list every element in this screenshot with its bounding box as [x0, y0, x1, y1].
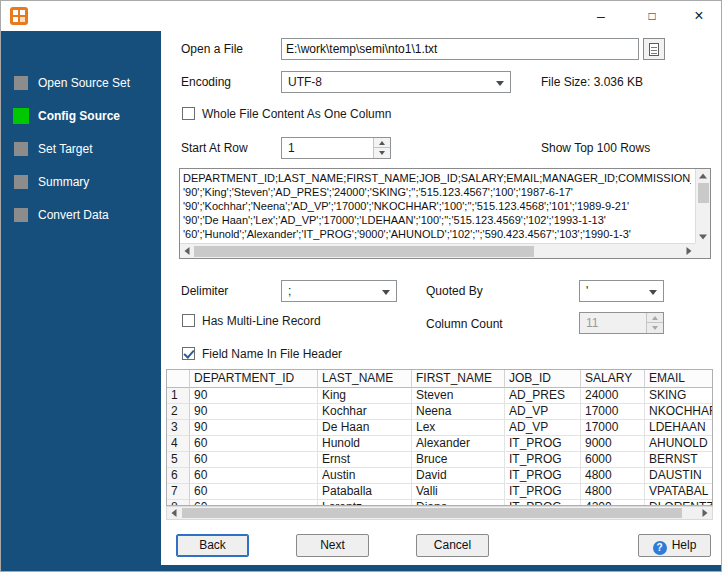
scroll-left-button[interactable]	[167, 507, 181, 519]
file-icon	[649, 43, 659, 56]
preview-line: '90';'De Haan';'Lex';'AD_VP';'17000';'LD…	[183, 213, 691, 227]
table-row: 4 60 Hunold Alexander IT_PROG 9000 AHUNO…	[167, 436, 712, 452]
whole-file-checkbox[interactable]: Whole File Content As One Column	[182, 106, 391, 121]
grid-cell: Hunold	[318, 436, 412, 452]
preview-line: '90';'King';'Steven';'AD_PRES';'24000';'…	[183, 185, 691, 199]
browse-button[interactable]	[643, 38, 665, 60]
maximize-button[interactable]: □	[635, 1, 669, 31]
delimiter-select[interactable]: ;	[281, 280, 397, 302]
scroll-right-button[interactable]	[698, 507, 712, 519]
grid-header-job-id[interactable]: JOB_ID	[505, 370, 581, 388]
close-button[interactable]: ×	[682, 1, 716, 31]
grid-cell: AD_VP	[505, 420, 581, 436]
table-row: 2 90 Kochhar Neena AD_VP 17000 NKOCHHAR	[167, 404, 712, 420]
checkbox-icon	[182, 107, 195, 120]
back-button[interactable]: Back	[176, 534, 249, 557]
grid-cell: NKOCHHAR	[645, 404, 713, 420]
multiline-checkbox[interactable]: Has Multi-Line Record	[182, 313, 321, 328]
grid-cell: King	[318, 388, 412, 404]
grid-cell: Kochhar	[318, 404, 412, 420]
next-button[interactable]: Next	[296, 534, 369, 557]
step-indicator	[14, 175, 28, 189]
grid-header-first-name[interactable]: FIRST_NAME	[412, 370, 505, 388]
sidebar-step-label: Convert Data	[38, 205, 109, 225]
grid-cell: AHUNOLD	[645, 436, 713, 452]
column-count-spinner: 11	[579, 312, 664, 334]
vscroll-thumb[interactable]	[698, 183, 709, 203]
spinner-down-button[interactable]	[374, 148, 390, 158]
spinner-buttons	[646, 313, 663, 333]
scroll-up-button[interactable]	[696, 169, 710, 182]
hscroll-thumb[interactable]	[194, 246, 534, 257]
sidebar-step-label: Summary	[38, 172, 89, 192]
table-row: 3 90 De Haan Lex AD_VP 17000 LDEHAAN	[167, 420, 712, 436]
file-preview-box: DEPARTMENT_ID;LAST_NAME;FIRST_NAME;JOB_I…	[179, 168, 711, 259]
grid-cell: Valli	[412, 484, 505, 500]
grid-header-salary[interactable]: SALARY	[581, 370, 645, 388]
chevron-down-icon	[382, 290, 390, 295]
scroll-left-button[interactable]	[180, 244, 193, 258]
grid-cell: Austin	[318, 468, 412, 484]
grid-cell: 60	[190, 436, 318, 452]
preview-text: DEPARTMENT_ID;LAST_NAME;FIRST_NAME;JOB_I…	[180, 169, 694, 243]
help-icon: ?	[653, 541, 667, 555]
grid-cell: 60	[190, 468, 318, 484]
sidebar-step-open-source-set[interactable]: Open Source Set	[1, 73, 161, 93]
encoding-value: UTF-8	[288, 75, 322, 89]
grid-header-email[interactable]: EMAIL	[645, 370, 713, 388]
step-indicator	[14, 142, 28, 156]
delimiter-label: Delimiter	[181, 284, 228, 299]
row-number-cell: 6	[167, 468, 190, 484]
grid-cell: IT_PROG	[505, 484, 581, 500]
open-file-input[interactable]	[281, 38, 639, 60]
row-number-cell: 7	[167, 484, 190, 500]
quoted-by-select[interactable]: '	[579, 280, 664, 302]
field-name-label: Field Name In File Header	[202, 347, 342, 361]
scroll-right-button[interactable]	[682, 244, 695, 258]
grid-header-last-name[interactable]: LAST_NAME	[318, 370, 412, 388]
grid-cell: 17000	[581, 420, 645, 436]
field-name-checkbox[interactable]: Field Name In File Header	[182, 346, 342, 361]
start-at-row-spinner[interactable]: 1	[281, 137, 391, 159]
minimize-button[interactable]: –	[584, 1, 618, 31]
scroll-down-button[interactable]	[696, 230, 710, 243]
help-button[interactable]: ?Help	[638, 534, 711, 557]
table-row: 1 90 King Steven AD_PRES 24000 SKING	[167, 388, 712, 404]
sidebar-step-convert-data[interactable]: Convert Data	[1, 205, 161, 225]
app-icon	[10, 7, 28, 25]
grid-cell: Steven	[412, 388, 505, 404]
sidebar-step-summary[interactable]: Summary	[1, 172, 161, 192]
grid-cell: Alexander	[412, 436, 505, 452]
spinner-up-button	[647, 313, 663, 323]
grid-cell: 90	[190, 404, 318, 420]
hscroll-thumb[interactable]	[182, 508, 682, 518]
checkbox-icon	[182, 314, 195, 327]
preview-horizontal-scrollbar[interactable]	[180, 243, 695, 258]
cancel-button[interactable]: Cancel	[416, 534, 489, 557]
grid-cell: Neena	[412, 404, 505, 420]
grid-cell: 90	[190, 388, 318, 404]
grid-cell: 4800	[581, 468, 645, 484]
grid-cell: IT_PROG	[505, 436, 581, 452]
grid-horizontal-scrollbar[interactable]	[166, 506, 713, 520]
sidebar-step-set-target[interactable]: Set Target	[1, 139, 161, 159]
grid-header-rownum[interactable]	[167, 370, 190, 388]
title-bar[interactable]: – □ ×	[1, 1, 721, 31]
encoding-select[interactable]: UTF-8	[281, 71, 511, 93]
chevron-down-icon	[496, 81, 504, 86]
checkbox-checked-icon	[182, 347, 195, 360]
sidebar-step-label: Set Target	[38, 139, 92, 159]
grid-cell: 60	[190, 452, 318, 468]
row-number-cell: 2	[167, 404, 190, 420]
show-top-rows-text: Show Top 100 Rows	[541, 141, 650, 156]
window-bottom-edge	[1, 565, 722, 572]
preview-vertical-scrollbar[interactable]	[695, 169, 710, 243]
grid-header-department-id[interactable]: DEPARTMENT_ID	[190, 370, 318, 388]
sidebar-step-label: Config Source	[38, 106, 120, 126]
grid-cell: 6000	[581, 452, 645, 468]
multiline-label: Has Multi-Line Record	[202, 314, 321, 328]
table-row: 5 60 Ernst Bruce IT_PROG 6000 BERNST	[167, 452, 712, 468]
spinner-up-button[interactable]	[374, 138, 390, 148]
grid-cell: AD_VP	[505, 404, 581, 420]
sidebar-step-config-source[interactable]: Config Source	[1, 106, 161, 126]
